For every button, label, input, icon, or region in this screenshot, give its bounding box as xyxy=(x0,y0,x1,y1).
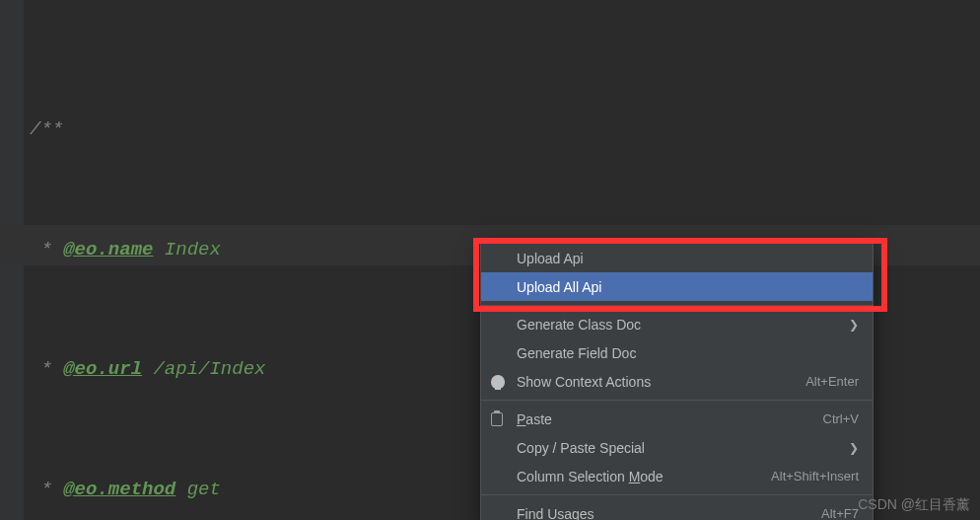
doc-tag-url: @eo.url xyxy=(63,358,142,380)
menu-separator xyxy=(481,400,873,401)
menu-show-context-actions[interactable]: Show Context ActionsAlt+Enter xyxy=(481,367,873,396)
menu-find-usages[interactable]: Find UsagesAlt+F7 xyxy=(481,499,873,520)
menu-separator xyxy=(481,494,873,495)
menu-column-selection-mode[interactable]: Column Selection ModeAlt+Shift+Insert xyxy=(481,462,873,490)
menu-upload-api[interactable]: Upload Api xyxy=(481,244,873,272)
menu-separator xyxy=(481,305,873,306)
chevron-right-icon: ❯ xyxy=(849,441,859,455)
menu-generate-field-doc[interactable]: Generate Field Doc xyxy=(481,338,873,367)
chevron-right-icon: ❯ xyxy=(849,318,859,332)
doc-tag-method: @eo.method xyxy=(63,479,175,500)
shortcut-text: Alt+F7 xyxy=(821,506,859,520)
shortcut-text: Alt+Shift+Insert xyxy=(771,469,859,483)
bulb-icon xyxy=(491,375,505,389)
doc-tag-name: @eo.name xyxy=(63,239,153,260)
shortcut-text: Ctrl+V xyxy=(823,411,859,426)
watermark-text: CSDN @红目香薰 xyxy=(858,496,970,514)
doc-open: /** xyxy=(30,118,63,140)
menu-generate-class-doc[interactable]: Generate Class Doc❯ xyxy=(481,310,873,338)
menu-upload-all-api[interactable]: Upload All Api xyxy=(481,272,873,301)
menu-paste[interactable]: PasteCtrl+V xyxy=(481,405,873,433)
shortcut-text: Alt+Enter xyxy=(805,374,859,389)
clipboard-icon xyxy=(491,412,503,426)
context-menu: Upload Api Upload All Api Generate Class… xyxy=(480,243,874,520)
menu-copy-paste-special[interactable]: Copy / Paste Special❯ xyxy=(481,433,873,462)
